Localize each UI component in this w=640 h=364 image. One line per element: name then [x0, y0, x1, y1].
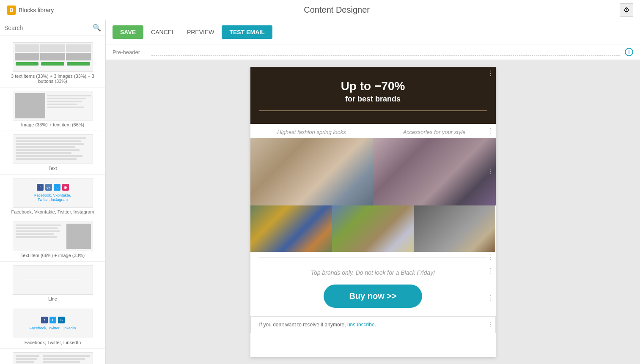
email-three-col-images-section: ⋮ — [250, 205, 496, 252]
sidebar-item-6-preview — [13, 265, 93, 295]
sidebar-list: 3 text items (33%) + 3 images (33%) + 3 … — [0, 36, 105, 364]
sidebar-item-8-preview — [13, 352, 93, 364]
social-label-fbtbli: Facebook, Twitter, LinkedIn — [30, 326, 76, 330]
cta-edit-dots[interactable]: ⋮ — [487, 295, 494, 301]
sidebar-item-5-preview — [13, 222, 93, 251]
col1-heading: Highest fashion spring looks — [250, 124, 373, 138]
search-icon: 🔍 — [93, 24, 101, 32]
preheader-info-icon[interactable]: i — [625, 48, 633, 56]
toolbar: SAVE CANCEL PREVIEW TEST EMAIL — [106, 20, 640, 44]
email-img-fashion — [250, 138, 373, 205]
email-images-three-col — [250, 205, 496, 252]
footer-end: . — [375, 322, 376, 328]
top-bar: B Blocks library Content Designer ⚙ — [0, 0, 640, 20]
email-cta: Buy now >> — [250, 279, 496, 316]
main-layout: 🔍 — [0, 20, 640, 364]
header-edit-dots[interactable]: ⋮ — [487, 69, 494, 77]
sidebar-item-6-label: Line — [48, 296, 57, 301]
sidebar-item-text[interactable]: Text — [0, 131, 105, 175]
footer-edit-dots[interactable]: ⋮ — [487, 321, 494, 328]
search-bar: 🔍 — [0, 20, 105, 36]
email-two-col-headings-section: Highest fashion spring looks Accessories… — [250, 124, 496, 138]
email-promo-text: Top brands only. Do not look for a Black… — [250, 263, 496, 279]
li-icon: in — [58, 317, 65, 323]
sidebar-item-4-label: Facebook, Vkontakte, Twitter, Instagram — [11, 209, 94, 214]
sidebar-item-text33-text66[interactable]: Text item (33%) + text item (66%) — [0, 349, 105, 364]
logo-icon: B — [7, 5, 16, 15]
email-promo-text-section: Top brands only. Do not look for a Black… — [250, 263, 496, 279]
email-header-border — [259, 110, 487, 111]
test-email-button[interactable]: TEST EMAIL — [222, 25, 272, 39]
social-label-fbvk: Facebook, Vkontakte,Twitter, Instagram — [34, 193, 71, 202]
sidebar-item-1-preview — [13, 42, 93, 72]
preheader-label: Pre-header — [113, 49, 146, 55]
sidebar-item-5-label: Text item (66%) + image (33%) — [21, 253, 85, 258]
fashion-image — [250, 138, 373, 205]
two-col-edit-dots[interactable]: ⋮ — [487, 128, 494, 134]
search-input[interactable] — [4, 25, 90, 31]
sidebar-item-2-label: Image (33%) + text item (66%) — [21, 122, 84, 127]
sidebar-item-social-fbtbli[interactable]: f t in Facebook, Twitter, LinkedIn Faceb… — [0, 305, 105, 349]
sidebar-item-3col[interactable]: 3 text items (33%) + 3 images (33%) + 3 … — [0, 39, 105, 88]
vk-icon: vk — [45, 184, 52, 191]
promo-text-edit-dots[interactable]: ⋮ — [487, 268, 494, 274]
settings-icon: ⚙ — [624, 6, 629, 14]
outdoor-image — [332, 205, 414, 252]
sidebar-item-line[interactable]: Line — [0, 262, 105, 305]
email-cta-section: Buy now >> ⋮ — [250, 279, 496, 316]
logo-label: Blocks library — [19, 7, 54, 14]
tw-icon: t — [54, 184, 60, 191]
email-footer-section: If you don't want to receive it anymore,… — [250, 316, 496, 333]
footer-text: If you don't want to receive it anymore, — [259, 322, 347, 328]
email-canvas: Up to −70% for best brands ⋮ Highest fas… — [250, 67, 496, 357]
email-header-title: Up to −70% — [259, 79, 487, 93]
sidebar-item-7-preview: f t in Facebook, Twitter, LinkedIn — [13, 309, 93, 338]
sidebar-item-7-label: Facebook, Twitter, LinkedIn — [25, 340, 81, 345]
col2-heading: Accessories for your style — [373, 124, 496, 138]
email-header-section: Up to −70% for best brands ⋮ — [250, 67, 496, 124]
divider-line — [259, 257, 487, 257]
email-img-clothes — [250, 205, 332, 252]
two-col-images-edit-dots[interactable]: ⋮ — [487, 168, 494, 175]
cta-button[interactable]: Buy now >> — [324, 285, 422, 308]
email-canvas-scroll[interactable]: Up to −70% for best brands ⋮ Highest fas… — [106, 60, 640, 364]
email-header-subtitle: for best brands — [259, 95, 487, 104]
fb2-icon: f — [41, 317, 48, 323]
clothes-image — [250, 205, 332, 252]
sidebar-item-2-preview — [13, 91, 93, 120]
sidebar-item-social-fbvktwig[interactable]: f vk t ◉ Facebook, Vkontakte,Twitter, In… — [0, 175, 105, 218]
email-images-two-col — [250, 138, 496, 205]
fb-icon: f — [37, 184, 44, 191]
sidebar: 🔍 — [0, 20, 106, 364]
email-img-watch — [414, 205, 495, 252]
settings-button[interactable]: ⚙ — [620, 3, 633, 17]
sidebar-item-text66-img33[interactable]: Text item (66%) + image (33%) — [0, 218, 105, 262]
tw2-icon: t — [49, 317, 56, 323]
suit-image — [373, 138, 496, 205]
content-area: SAVE CANCEL PREVIEW TEST EMAIL Pre-heade… — [106, 20, 640, 364]
email-footer: If you don't want to receive it anymore,… — [250, 316, 496, 333]
email-img-suit — [373, 138, 496, 205]
save-button[interactable]: SAVE — [113, 25, 143, 39]
footer-unsubscribe-link[interactable]: unsubscribe — [347, 322, 375, 328]
sidebar-item-3-label: Text — [48, 166, 57, 171]
preview-button[interactable]: PREVIEW — [183, 25, 219, 39]
email-two-col-headings: Highest fashion spring looks Accessories… — [250, 124, 496, 138]
email-divider-section: ⋮ — [250, 252, 496, 263]
preheader-input[interactable] — [151, 48, 620, 56]
sidebar-item-1-label: 3 text items (33%) + 3 images (33%) + 3 … — [5, 74, 100, 84]
three-col-images-edit-dots[interactable]: ⋮ — [487, 225, 494, 232]
email-two-col-images-section: ⋮ — [250, 138, 496, 205]
preheader-row: Pre-header i — [106, 44, 640, 60]
sidebar-item-4-preview: f vk t ◉ Facebook, Vkontakte,Twitter, In… — [13, 178, 93, 208]
sidebar-item-img-text[interactable]: Image (33%) + text item (66%) — [0, 88, 105, 131]
sidebar-item-3-preview — [13, 134, 93, 164]
divider-edit-dots[interactable]: ⋮ — [487, 254, 494, 261]
cancel-button[interactable]: CANCEL — [147, 25, 179, 39]
email-img-outdoor — [332, 205, 414, 252]
logo-area[interactable]: B Blocks library — [7, 5, 54, 15]
email-divider — [250, 252, 496, 263]
email-header: Up to −70% for best brands — [250, 67, 496, 124]
app-title: Content Designer — [59, 5, 615, 15]
watch-image — [414, 205, 495, 252]
